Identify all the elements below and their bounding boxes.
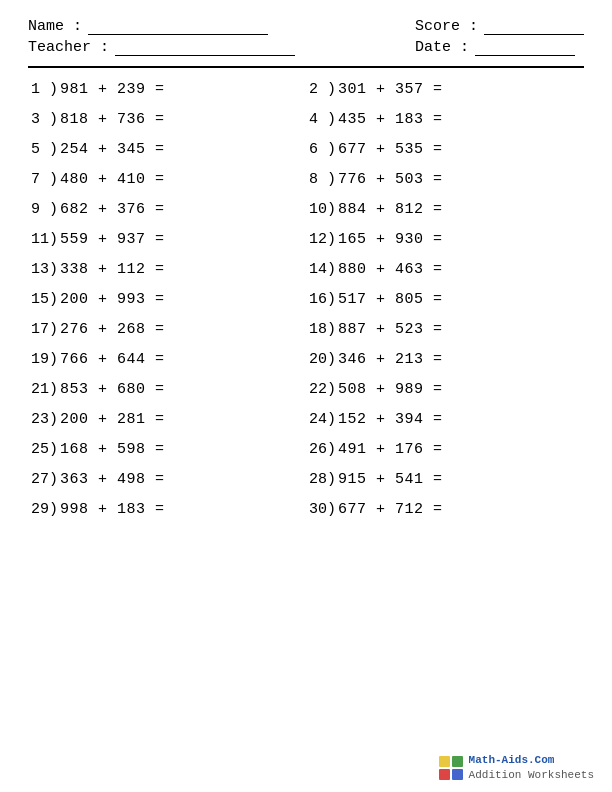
header: Name : Teacher : Score : Date :	[28, 18, 584, 56]
problem-expression: 517 + 805 =	[338, 291, 443, 308]
problem-number: 14)	[306, 261, 336, 278]
problem-expression: 677 + 535 =	[338, 141, 443, 158]
icon-q1	[439, 756, 450, 767]
problem-expression: 165 + 930 =	[338, 231, 443, 248]
problem-item: 15) 200 + 993 =	[28, 287, 306, 311]
problem-expression: 346 + 213 =	[338, 351, 443, 368]
teacher-line	[115, 40, 295, 56]
problem-number: 17)	[28, 321, 58, 338]
problem-item: 23) 200 + 281 =	[28, 407, 306, 431]
problem-item: 30) 677 + 712 =	[306, 497, 584, 521]
header-left: Name : Teacher :	[28, 18, 295, 56]
score-line	[484, 19, 584, 35]
problem-expression: 301 + 357 =	[338, 81, 443, 98]
problem-item: 22) 508 + 989 =	[306, 377, 584, 401]
problems-grid: 1 ) 981 + 239 =2 ) 301 + 357 =3 ) 818 + …	[28, 74, 584, 524]
problem-number: 23)	[28, 411, 58, 428]
problem-number: 13)	[28, 261, 58, 278]
problem-expression: 254 + 345 =	[60, 141, 165, 158]
icon-q4	[452, 769, 463, 780]
problem-number: 16)	[306, 291, 336, 308]
problem-item: 13) 338 + 112 =	[28, 257, 306, 281]
problem-expression: 776 + 503 =	[338, 171, 443, 188]
problem-item: 3 ) 818 + 736 =	[28, 107, 306, 131]
problem-number: 10)	[306, 201, 336, 218]
problem-number: 24)	[306, 411, 336, 428]
problem-expression: 200 + 281 =	[60, 411, 165, 428]
problem-expression: 491 + 176 =	[338, 441, 443, 458]
problem-number: 4 )	[306, 111, 336, 128]
problem-item: 14) 880 + 463 =	[306, 257, 584, 281]
problem-expression: 435 + 183 =	[338, 111, 443, 128]
score-row: Score :	[415, 18, 584, 35]
problem-expression: 682 + 376 =	[60, 201, 165, 218]
problem-number: 21)	[28, 381, 58, 398]
date-label: Date :	[415, 39, 469, 56]
problem-item: 21) 853 + 680 =	[28, 377, 306, 401]
problem-number: 19)	[28, 351, 58, 368]
header-right: Score : Date :	[415, 18, 584, 56]
problem-expression: 363 + 498 =	[60, 471, 165, 488]
problem-item: 19) 766 + 644 =	[28, 347, 306, 371]
problem-number: 8 )	[306, 171, 336, 188]
problem-number: 12)	[306, 231, 336, 248]
problem-item: 26) 491 + 176 =	[306, 437, 584, 461]
problem-expression: 887 + 523 =	[338, 321, 443, 338]
problem-number: 3 )	[28, 111, 58, 128]
problem-item: 17) 276 + 268 =	[28, 317, 306, 341]
problem-number: 29)	[28, 501, 58, 518]
problem-item: 8 ) 776 + 503 =	[306, 167, 584, 191]
problem-number: 18)	[306, 321, 336, 338]
problem-expression: 508 + 989 =	[338, 381, 443, 398]
problem-expression: 480 + 410 =	[60, 171, 165, 188]
problem-number: 1 )	[28, 81, 58, 98]
problem-number: 15)	[28, 291, 58, 308]
problem-expression: 677 + 712 =	[338, 501, 443, 518]
watermark-icon	[439, 756, 463, 780]
watermark-site: Math-Aids.Com	[469, 753, 594, 767]
problem-expression: 200 + 993 =	[60, 291, 165, 308]
problem-expression: 276 + 268 =	[60, 321, 165, 338]
problem-item: 29) 998 + 183 =	[28, 497, 306, 521]
problem-number: 7 )	[28, 171, 58, 188]
icon-q3	[439, 769, 450, 780]
problem-expression: 338 + 112 =	[60, 261, 165, 278]
teacher-row: Teacher :	[28, 39, 295, 56]
problem-item: 4 ) 435 + 183 =	[306, 107, 584, 131]
problem-item: 2 ) 301 + 357 =	[306, 77, 584, 101]
problem-item: 12) 165 + 930 =	[306, 227, 584, 251]
problem-item: 16) 517 + 805 =	[306, 287, 584, 311]
problem-number: 22)	[306, 381, 336, 398]
problem-number: 25)	[28, 441, 58, 458]
problem-item: 25) 168 + 598 =	[28, 437, 306, 461]
problem-item: 6 ) 677 + 535 =	[306, 137, 584, 161]
problem-item: 1 ) 981 + 239 =	[28, 77, 306, 101]
problem-item: 10) 884 + 812 =	[306, 197, 584, 221]
problem-expression: 915 + 541 =	[338, 471, 443, 488]
problem-number: 28)	[306, 471, 336, 488]
problem-number: 11)	[28, 231, 58, 248]
problem-item: 11) 559 + 937 =	[28, 227, 306, 251]
problem-number: 27)	[28, 471, 58, 488]
problem-expression: 998 + 183 =	[60, 501, 165, 518]
problem-item: 20) 346 + 213 =	[306, 347, 584, 371]
problem-expression: 884 + 812 =	[338, 201, 443, 218]
watermark-text: Math-Aids.Com Addition Worksheets	[469, 753, 594, 782]
problem-item: 9 ) 682 + 376 =	[28, 197, 306, 221]
problem-number: 2 )	[306, 81, 336, 98]
icon-q2	[452, 756, 463, 767]
problem-number: 6 )	[306, 141, 336, 158]
problem-expression: 559 + 937 =	[60, 231, 165, 248]
problem-expression: 981 + 239 =	[60, 81, 165, 98]
date-row: Date :	[415, 39, 584, 56]
problem-item: 5 ) 254 + 345 =	[28, 137, 306, 161]
problem-number: 5 )	[28, 141, 58, 158]
problem-expression: 766 + 644 =	[60, 351, 165, 368]
score-label: Score :	[415, 18, 478, 35]
problem-expression: 152 + 394 =	[338, 411, 443, 428]
problem-expression: 853 + 680 =	[60, 381, 165, 398]
date-line	[475, 40, 575, 56]
problem-expression: 880 + 463 =	[338, 261, 443, 278]
name-line	[88, 19, 268, 35]
problem-item: 24) 152 + 394 =	[306, 407, 584, 431]
